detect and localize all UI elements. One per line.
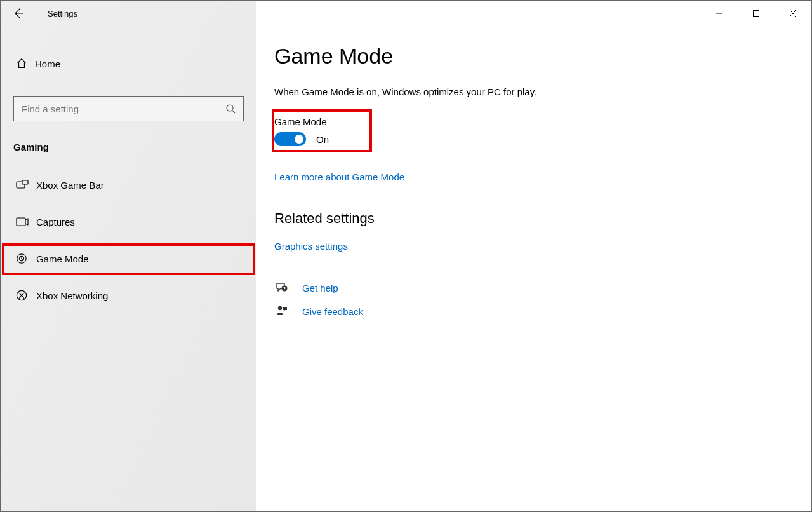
svg-point-0 (227, 105, 233, 111)
get-help-row[interactable]: ? Get help (274, 282, 811, 293)
get-help-link[interactable]: Get help (302, 283, 338, 293)
back-button[interactable] (11, 6, 26, 21)
graphics-settings-link[interactable]: Graphics settings (274, 241, 811, 252)
titlebar: Settings (1, 1, 256, 26)
nav-captures[interactable]: Captures (1, 203, 256, 240)
toggle-label: Game Mode (274, 116, 375, 127)
minimize-button[interactable] (701, 1, 738, 26)
page-title: Game Mode (274, 44, 811, 69)
app-title: Settings (44, 9, 77, 18)
game-mode-toggle[interactable] (274, 132, 306, 146)
nav-xbox-game-bar[interactable]: Xbox Game Bar (1, 166, 256, 203)
home-icon (16, 58, 27, 69)
maximize-button[interactable] (738, 1, 775, 26)
home-label: Home (35, 58, 60, 69)
captures-icon (16, 217, 29, 227)
page-description: When Game Mode is on, Windows optimizes … (274, 86, 811, 97)
nav-item-label: Game Mode (36, 253, 89, 264)
search-box[interactable] (13, 96, 244, 121)
game-bar-icon (16, 180, 29, 190)
nav-item-label: Xbox Networking (36, 290, 108, 301)
back-arrow-icon (12, 7, 25, 20)
svg-text:?: ? (283, 286, 286, 291)
search-icon (225, 104, 236, 114)
svg-rect-7 (754, 11, 759, 17)
nav-xbox-networking[interactable]: Xbox Networking (1, 277, 256, 314)
nav-item-label: Captures (36, 217, 75, 227)
nav-game-mode[interactable]: Game Mode (1, 240, 256, 277)
related-settings-header: Related settings (274, 210, 811, 227)
search-input[interactable] (22, 104, 225, 114)
feedback-icon (276, 305, 288, 318)
game-mode-icon (16, 253, 27, 264)
minimize-icon (715, 10, 723, 17)
close-button[interactable] (775, 1, 811, 26)
give-feedback-link[interactable]: Give feedback (302, 306, 363, 317)
toggle-knob (295, 135, 303, 144)
svg-point-10 (278, 306, 282, 310)
toggle-state: On (316, 134, 329, 145)
svg-rect-11 (283, 307, 287, 310)
category-label: Gaming (1, 133, 256, 166)
give-feedback-row[interactable]: Give feedback (274, 305, 811, 318)
maximize-icon (752, 10, 760, 17)
nav-home[interactable]: Home (1, 46, 256, 81)
learn-more-link[interactable]: Learn more about Game Mode (274, 172, 811, 182)
svg-rect-2 (22, 180, 28, 184)
game-mode-setting: Game Mode On (274, 116, 375, 146)
svg-rect-3 (17, 218, 25, 226)
sidebar: Settings Home Gaming Xbox Game Bar Captu… (1, 1, 256, 511)
window-controls (701, 1, 811, 26)
close-icon (789, 10, 797, 17)
help-icon: ? (276, 282, 288, 293)
nav-item-label: Xbox Game Bar (36, 180, 104, 191)
main-panel: Game Mode When Game Mode is on, Windows … (256, 1, 811, 511)
xbox-icon (16, 290, 27, 301)
